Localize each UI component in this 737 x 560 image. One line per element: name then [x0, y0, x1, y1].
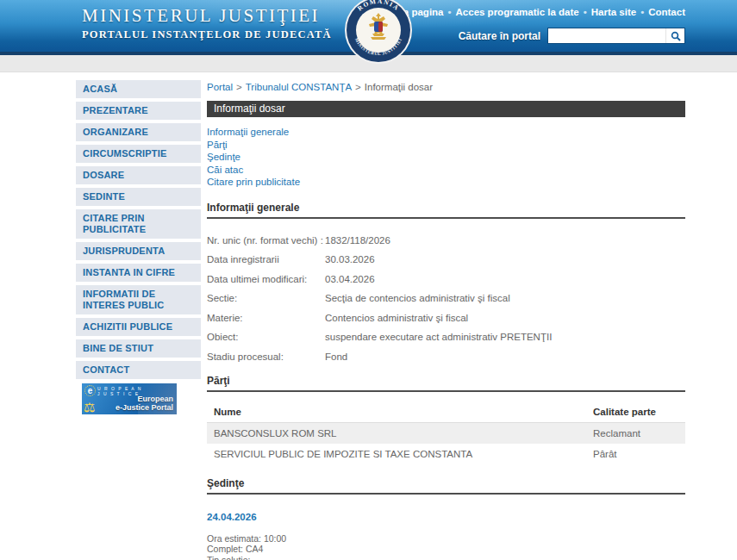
party-name: BANSCONSLUX ROM SRL — [207, 422, 586, 444]
info-value: Contencios administrativ şi fiscal — [325, 313, 685, 323]
nav-separator: • — [448, 7, 452, 17]
site-brand: MINISTERUL JUSTIŢIEI PORTALUL INSTANŢELO… — [82, 6, 332, 41]
nav-separator: • — [640, 7, 644, 17]
info-value: 30.03.2026 — [325, 254, 685, 264]
info-row-obiect: Obiect: suspendare executare act adminis… — [207, 332, 685, 342]
info-label: Data inregistrarii — [207, 254, 325, 264]
nav-separator: • — [584, 7, 587, 17]
main-content: Portal>Tribunalul CONSTANŢA>Informaţii d… — [207, 80, 685, 560]
sidebar-item-instanta-in-cifre[interactable]: INSTANTA IN CIFRE — [76, 264, 201, 282]
site-title: MINISTERUL JUSTIŢIEI — [82, 6, 332, 26]
hearing-details: Ora estimata: 10:00 Complet: CA4 Tip sol… — [207, 533, 685, 560]
column-header-calitate-parte: Calitate parte — [586, 401, 685, 423]
info-row-materie: Materie: Contencios administrativ şi fis… — [207, 313, 685, 323]
breadcrumb-current: Informaţii dosar — [365, 82, 433, 92]
info-label: Data ultimei modificari: — [207, 274, 325, 284]
party-quality: Reclamant — [586, 422, 685, 444]
breadcrumb-portal[interactable]: Portal — [207, 82, 233, 92]
sidebar-item-dosare[interactable]: DOSARE — [76, 166, 201, 184]
info-row-data-ultimei-modificari: Data ultimei modificari: 03.04.2026 — [207, 274, 685, 284]
hearing-detail-ora-estimata: Ora estimata: 10:00 — [207, 533, 685, 544]
sidebar-item-citare-prin-publicitate[interactable]: CITARE PRIN PUBLICITATE — [76, 209, 201, 239]
sidebar-item-circumscriptie[interactable]: CIRCUMSCRIPTIE — [76, 145, 201, 163]
section-jump-links: Informaţii generale Părţi Şedinţe Căi at… — [207, 126, 685, 189]
site-header: MINISTERUL JUSTIŢIEI PORTALUL INSTANŢELO… — [0, 0, 737, 55]
breadcrumb-tribunal[interactable]: Tribunalul CONSTANŢA — [246, 82, 352, 92]
breadcrumb: Portal>Tribunalul CONSTANŢA>Informaţii d… — [207, 82, 685, 92]
info-value: Secţia de contencios administrativ şi fi… — [325, 293, 685, 303]
ejustice-portal-banner[interactable]: e U R O P E A N J U S T I C E ⚖ European… — [82, 383, 177, 414]
hearing-date-link[interactable]: 24.04.2026 — [207, 512, 257, 522]
jump-link-informatii-generale[interactable]: Informaţii generale — [207, 126, 685, 139]
sidebar-item-informatii-de-interes-public[interactable]: INFORMATII DE INTERES PUBLIC — [76, 285, 201, 314]
hearing-detail-complet: Complet: CA4 — [207, 544, 685, 555]
sidebar-item-prezentare[interactable]: PREZENTARE — [76, 102, 201, 120]
section-heading-parti: Părţi — [207, 375, 685, 392]
search-icon — [671, 31, 681, 41]
sidebar-item-jurisprudenta[interactable]: JURISPRUDENTA — [76, 242, 201, 260]
party-quality: Pârât — [586, 444, 685, 464]
parties-table: Nume Calitate parte BANSCONSLUX ROM SRL … — [207, 401, 685, 464]
column-header-nume: Nume — [207, 401, 586, 423]
site-subtitle: PORTALUL INSTANŢELOR DE JUDECATĂ — [82, 28, 332, 41]
party-name: SERVICIUL PUBLIC DE IMPOZITE SI TAXE CON… — [207, 444, 586, 464]
table-row: SERVICIUL PUBLIC DE IMPOZITE SI TAXE CON… — [207, 444, 685, 464]
ejustice-e-logo: e — [84, 385, 96, 396]
info-row-nr-unic: Nr. unic (nr. format vechi) : 1832/118/2… — [207, 235, 685, 246]
nav-link-harta-site[interactable]: Harta site — [591, 7, 636, 17]
parties-header-row: Nume Calitate parte — [207, 401, 685, 423]
table-row: BANSCONSLUX ROM SRL Reclamant — [207, 422, 685, 444]
sidebar: ACASĂ PREZENTARE ORGANIZARE CIRCUMSCRIPT… — [76, 80, 201, 560]
sidebar-item-achizitii-publice[interactable]: ACHIZITII PUBLICE — [76, 318, 201, 336]
sidebar-item-acasa[interactable]: ACASĂ — [76, 80, 201, 98]
info-label: Stadiu procesual: — [207, 352, 325, 362]
page-title-bar: Informaţii dosar — [207, 101, 685, 117]
sidebar-item-bine-de-stiut[interactable]: BINE DE STIUT — [76, 339, 201, 358]
jump-link-citare-prin-publicitate[interactable]: Citare prin publicitate — [207, 176, 685, 189]
info-label: Sectie: — [207, 293, 325, 303]
search-input[interactable] — [548, 28, 665, 43]
jump-link-parti[interactable]: Părţi — [207, 139, 685, 152]
ministry-seal-logo: ROMANIA MINISTERUL JUSTITIEI — [344, 0, 413, 68]
sidebar-item-contact[interactable]: CONTACT — [76, 361, 201, 379]
ejustice-banner-label: European e-Justice Portal — [116, 395, 173, 412]
info-row-data-inregistrarii: Data inregistrarii 30.03.2026 — [207, 254, 685, 264]
case-general-info: Nr. unic (nr. format vechi) : 1832/118/2… — [207, 235, 685, 362]
sidebar-item-organizare[interactable]: ORGANIZARE — [76, 123, 201, 141]
info-value: Fond — [325, 352, 685, 362]
sidebar-item-sedinte[interactable]: SEDINTE — [76, 188, 201, 206]
info-row-stadiu-procesual: Stadiu procesual: Fond — [207, 352, 685, 362]
nav-link-acces-programatic[interactable]: Acces programatic la date — [456, 7, 579, 17]
scales-of-justice-icon: ⚖ — [84, 400, 95, 414]
search-label: Căutare în portal — [459, 30, 540, 42]
nav-link-contact[interactable]: Contact — [648, 7, 685, 17]
info-row-sectie: Sectie: Secţia de contencios administrat… — [207, 293, 685, 303]
section-heading-informatii-generale: Informaţii generale — [207, 202, 685, 219]
info-value: 03.04.2026 — [325, 274, 685, 284]
info-value: 1832/118/2026 — [325, 235, 685, 246]
info-label: Nr. unic (nr. format vechi) : — [207, 235, 325, 246]
info-label: Obiect: — [207, 332, 325, 342]
breadcrumb-separator: > — [236, 82, 242, 92]
search-button[interactable] — [665, 28, 684, 43]
hearing-detail-tip-solutie: Tip solutie: — [207, 555, 685, 560]
info-value: suspendare executare act administrativ P… — [325, 332, 685, 342]
header-nav: Prima pagina•Acces programatic la date•H… — [381, 7, 685, 17]
jump-link-sedinte[interactable]: Şedinţe — [207, 151, 685, 164]
info-label: Materie: — [207, 313, 325, 323]
breadcrumb-separator: > — [355, 82, 361, 92]
section-heading-sedinte: Şedinţe — [207, 477, 685, 495]
jump-link-cai-atac[interactable]: Căi atac — [207, 164, 685, 177]
